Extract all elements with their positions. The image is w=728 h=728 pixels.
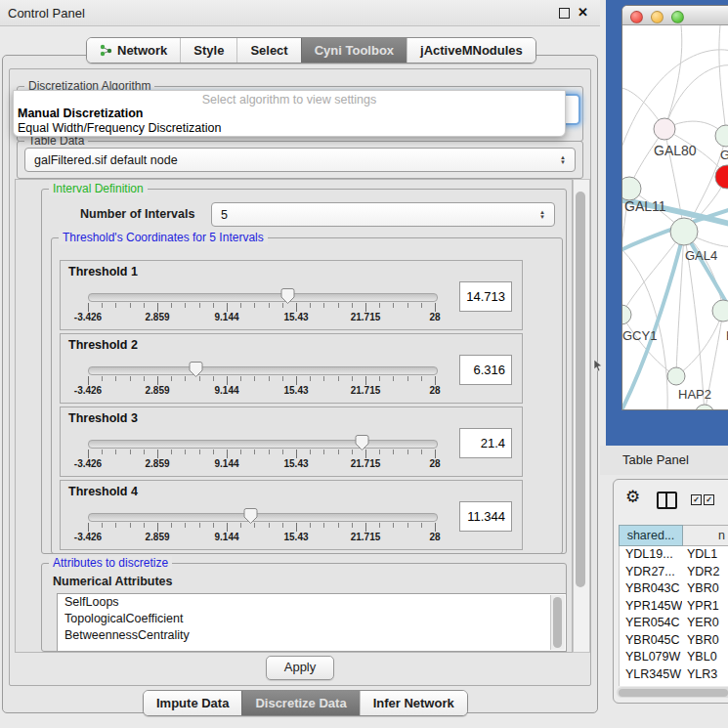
- table-row[interactable]: YLR345WYLR3: [620, 666, 728, 684]
- popup-item[interactable]: Equal Width/Frequency Discretization: [18, 121, 221, 135]
- network-node[interactable]: [622, 305, 631, 324]
- minimize-window-icon[interactable]: [651, 11, 664, 23]
- cell-shared-name[interactable]: YBR043C: [620, 580, 682, 598]
- cell-shared-name[interactable]: YDL19...: [620, 546, 682, 564]
- attribute-list-item[interactable]: SelfLoops: [58, 594, 566, 611]
- close-icon[interactable]: ✕: [578, 5, 588, 20]
- network-node-label: GAL80: [654, 143, 697, 158]
- cell-name[interactable]: YBR0: [682, 632, 719, 650]
- popup-item[interactable]: Manual Discretization: [18, 107, 144, 120]
- split-columns-icon[interactable]: [657, 492, 677, 509]
- checked-box-icon[interactable]: ✓: [691, 494, 702, 505]
- tab-infer-network[interactable]: Infer Network: [360, 691, 467, 715]
- attribute-list-item[interactable]: BetweennessCentrality: [58, 627, 566, 644]
- table-data-combobox[interactable]: galFiltered.sif default node ▲▼: [24, 148, 576, 172]
- apply-button[interactable]: Apply: [266, 656, 334, 680]
- column-header-name[interactable]: n: [683, 525, 728, 546]
- network-node[interactable]: [712, 300, 728, 321]
- list-scrollbar[interactable]: [550, 595, 565, 650]
- tab-impute-data[interactable]: Impute Data: [144, 691, 241, 715]
- table-row[interactable]: YPR145WYPR1: [620, 598, 728, 616]
- table-row[interactable]: YDR27...YDR2: [620, 564, 728, 581]
- tab-cyni-toolbox[interactable]: Cyni Toolbox: [301, 38, 407, 63]
- threshold-label: Threshold 3: [68, 411, 138, 425]
- threshold-value-input[interactable]: [459, 428, 512, 458]
- cell-shared-name[interactable]: YPR145W: [620, 598, 682, 616]
- close-window-icon[interactable]: [630, 11, 643, 23]
- network-node[interactable]: [670, 218, 698, 245]
- threshold-value-input[interactable]: [459, 281, 512, 312]
- zoom-window-icon[interactable]: [671, 11, 684, 23]
- threshold-value-input[interactable]: [459, 355, 512, 385]
- cell-shared-name[interactable]: YBL079W: [620, 649, 682, 666]
- tab-discretize-data[interactable]: Discretize Data: [241, 691, 359, 715]
- table-row[interactable]: YBL079WYBL0: [620, 649, 728, 666]
- gear-icon[interactable]: ⚙: [625, 487, 640, 507]
- table-panel-titlebar: Table Panel: [600, 446, 728, 475]
- right-column: GAL80GACGAL11GAL4GCY1HHAP2 Table Panel ⚙…: [600, 0, 728, 728]
- cell-name[interactable]: YDR2: [682, 564, 719, 581]
- vertical-scrollbar-thumb[interactable]: [576, 192, 585, 587]
- network-graph[interactable]: GAL80GACGAL11GAL4GCY1HHAP2: [622, 25, 728, 409]
- network-node[interactable]: [695, 405, 714, 409]
- network-node-label: HAP2: [678, 387, 711, 402]
- cell-shared-name[interactable]: YER054C: [620, 615, 682, 632]
- network-edge[interactable]: [719, 25, 726, 136]
- cell-shared-name[interactable]: YLR345W: [620, 666, 682, 684]
- horizontal-scrollbar[interactable]: [617, 687, 728, 698]
- table-body[interactable]: YDL19...YDL1YDR27...YDR2YBR043CYBR0YPR14…: [619, 546, 728, 686]
- table-row[interactable]: YBR043CYBR0: [620, 580, 728, 598]
- attribute-list-item[interactable]: TopologicalCoefficient: [58, 611, 566, 627]
- cell-name[interactable]: YIL0: [682, 683, 712, 686]
- cell-name[interactable]: YER0: [682, 615, 719, 632]
- combobox-spinner-icon[interactable]: ▲▼: [555, 155, 575, 165]
- tick-label: 2.859: [145, 312, 169, 322]
- cell-name[interactable]: YPR1: [682, 598, 719, 616]
- cell-shared-name[interactable]: YDR27...: [620, 564, 682, 581]
- cell-shared-name[interactable]: YIL053C: [620, 683, 682, 686]
- tab-select[interactable]: Select: [236, 38, 300, 63]
- slider-track[interactable]: [88, 366, 438, 375]
- slider-track[interactable]: [88, 440, 438, 449]
- slider-major-ticks: [88, 303, 437, 312]
- float-window-icon[interactable]: [559, 8, 570, 19]
- network-edge[interactable]: [664, 25, 682, 129]
- table-row[interactable]: YBR045CYBR0: [620, 632, 728, 650]
- cell-name[interactable]: YBL0: [682, 649, 717, 666]
- tick-label: -3.426: [74, 312, 102, 322]
- slider-track[interactable]: [88, 513, 438, 522]
- table-row[interactable]: YER054CYER0: [620, 615, 728, 632]
- numerical-attributes-list[interactable]: SelfLoopsTopologicalCoefficientBetweenne…: [57, 593, 567, 652]
- table-row[interactable]: YDL19...YDL1: [620, 546, 728, 564]
- tab-style[interactable]: Style: [180, 38, 236, 63]
- cell-name[interactable]: YBR0: [682, 580, 719, 598]
- network-edge[interactable]: [676, 311, 723, 376]
- network-window-titlebar[interactable]: [622, 6, 728, 25]
- cell-name[interactable]: YDL1: [682, 546, 717, 564]
- threshold-panel: Threshold 1 -3.4262.8599.14415.4321.7152…: [60, 260, 523, 330]
- combobox-spinner-icon[interactable]: ▲▼: [535, 210, 554, 220]
- network-node[interactable]: [667, 367, 685, 385]
- network-node[interactable]: [654, 118, 675, 140]
- column-header-shared[interactable]: shared...: [619, 525, 683, 546]
- tick-label: 9.144: [214, 385, 238, 396]
- table-row[interactable]: YIL053CYIL0: [620, 683, 728, 686]
- tab-label: Infer Network: [373, 696, 454, 710]
- threshold-value-input[interactable]: [459, 501, 512, 532]
- number-of-intervals-combobox[interactable]: 5 ▲▼: [211, 202, 555, 227]
- cell-name[interactable]: YLR3: [682, 666, 717, 684]
- network-node[interactable]: [622, 177, 641, 200]
- tab-network[interactable]: Network: [87, 38, 180, 63]
- tab-label: Discretize Data: [255, 696, 346, 710]
- list-scrollbar-thumb[interactable]: [553, 597, 562, 648]
- network-node[interactable]: [715, 165, 728, 189]
- table-panel: ⚙ ✓ ✓ shared... n YDL19...YDL1YDR27...YD…: [613, 479, 728, 704]
- network-window: GAL80GACGAL11GAL4GCY1HHAP2: [621, 5, 728, 410]
- slider-track[interactable]: [88, 293, 438, 302]
- threshold-label: Threshold 2: [68, 338, 138, 352]
- tab-jactivemnodules[interactable]: jActiveMNodules: [407, 38, 535, 63]
- checked-box-icon[interactable]: ✓: [704, 494, 714, 505]
- cell-shared-name[interactable]: YBR045C: [620, 632, 682, 650]
- horizontal-scrollbar-thumb[interactable]: [619, 689, 728, 697]
- vertical-scrollbar[interactable]: [573, 179, 590, 653]
